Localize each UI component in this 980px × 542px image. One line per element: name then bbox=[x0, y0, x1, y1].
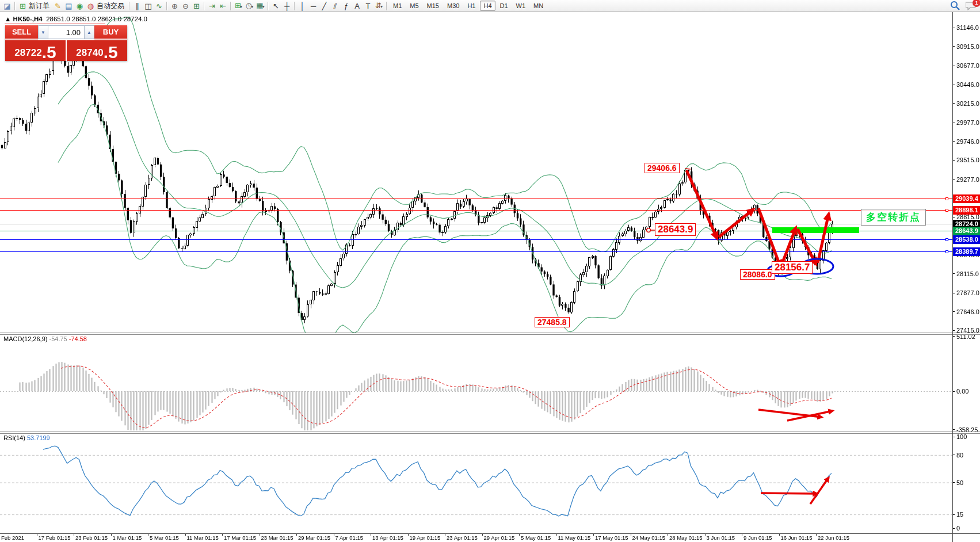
signal-icon[interactable]: ◉ bbox=[74, 1, 85, 12]
time-label: 17 Mar 01:15 bbox=[224, 535, 256, 541]
rsi-scale-label: 50 bbox=[956, 479, 963, 486]
templates-icon[interactable]: ▦▾ bbox=[255, 0, 266, 12]
time-label: 16 Jun 01:15 bbox=[781, 535, 813, 541]
time-label: 23 Mar 01:15 bbox=[261, 535, 293, 541]
time-label: 13 Apr 01:15 bbox=[372, 535, 403, 541]
timeframe-W1[interactable]: W1 bbox=[513, 1, 529, 11]
toolbar-separator bbox=[14, 2, 16, 10]
level-handle[interactable] bbox=[945, 209, 948, 212]
fibonacci-icon[interactable]: ƒ bbox=[341, 1, 352, 12]
trendline-icon[interactable]: ╱ bbox=[319, 1, 330, 12]
horizontal-level-28538[interactable] bbox=[0, 239, 952, 240]
bar-chart-icon[interactable]: ∥ bbox=[132, 1, 143, 12]
symbol-underline bbox=[5, 24, 105, 24]
level-handle[interactable] bbox=[945, 197, 948, 200]
crosshair-icon[interactable]: ┼ bbox=[281, 1, 292, 12]
notification-badge: 1 bbox=[973, 0, 980, 7]
macd-pane-separator[interactable] bbox=[0, 333, 980, 333]
buy-button[interactable]: BUY bbox=[94, 25, 127, 40]
zoom-in-icon[interactable]: ⊕ bbox=[169, 1, 180, 12]
price-tick-label: 29977.0 bbox=[956, 119, 979, 126]
arrows-icon[interactable]: ⇵▾ bbox=[373, 0, 384, 12]
timeframe-M5[interactable]: M5 bbox=[406, 1, 422, 11]
buy-price[interactable]: 28740 .5 bbox=[67, 40, 127, 61]
autoscroll-icon[interactable]: ⇥ bbox=[207, 1, 218, 12]
terminal-icon[interactable]: ▤ bbox=[63, 1, 74, 12]
hline-icon[interactable]: ─ bbox=[308, 1, 319, 12]
volume-increase-button[interactable]: ▲ bbox=[84, 25, 94, 39]
new-order-icon[interactable]: ⊞ bbox=[17, 1, 28, 12]
rsi-scale-label: 100 bbox=[956, 433, 967, 440]
text-icon[interactable]: A bbox=[352, 1, 363, 12]
timeframe-M15[interactable]: M15 bbox=[424, 1, 443, 11]
indicators-icon[interactable]: ⊞▾ bbox=[233, 0, 244, 12]
price-tick-label: 30915.0 bbox=[956, 43, 979, 50]
rsi-pane-separator[interactable] bbox=[0, 432, 980, 432]
annotation-price-label[interactable]: 28643.9 bbox=[655, 223, 696, 236]
chart-window-icon[interactable]: ◪ bbox=[2, 1, 13, 12]
autotrade-icon[interactable]: ◍ bbox=[85, 1, 96, 12]
channel-icon[interactable]: ⫽ bbox=[330, 1, 341, 12]
level-handle[interactable] bbox=[945, 250, 948, 253]
chart-canvas[interactable] bbox=[0, 0, 980, 542]
time-label: 23 Feb 01:15 bbox=[75, 535, 108, 541]
horizontal-level-28898.1[interactable] bbox=[0, 210, 952, 211]
price-tick-label: 28115.0 bbox=[956, 270, 979, 277]
annotation-price-label[interactable]: 29406.6 bbox=[645, 163, 680, 173]
time-label: 9 Jun 01:15 bbox=[743, 535, 772, 541]
crayon-icon[interactable]: ✎ bbox=[52, 1, 63, 12]
time-axis-separator bbox=[0, 533, 980, 534]
symbol-name: HK50-,H4 bbox=[13, 16, 43, 22]
toolbar-separator bbox=[166, 2, 167, 10]
new-order-label[interactable]: 新订单 bbox=[29, 1, 49, 11]
timeframe-M30[interactable]: M30 bbox=[444, 1, 463, 11]
chart-ohlc-header: ▲ HK50-,H4 28651.0 28851.0 28621.0 28724… bbox=[5, 16, 147, 22]
timeframe-MN[interactable]: MN bbox=[530, 1, 547, 11]
buy-price-main: 28740 bbox=[76, 45, 103, 60]
time-label: 24 May 01:15 bbox=[632, 535, 666, 541]
timeframe-H1[interactable]: H1 bbox=[464, 1, 479, 11]
main-toolbar: ◪⊞新订单✎▤◉◍自动交易∥◫∿⊕⊖⊞⇥⇤⊞▾◷▾▦▾↖┼│─╱⫽ƒAT⇵▾M1… bbox=[0, 0, 980, 12]
chart-shift-icon[interactable]: ⇤ bbox=[218, 1, 228, 12]
annotation-price-label[interactable]: 28156.7 bbox=[772, 261, 813, 274]
search-icon[interactable] bbox=[950, 1, 960, 13]
label-icon[interactable]: T bbox=[363, 1, 373, 12]
tile-windows-icon[interactable]: ⊞ bbox=[191, 1, 202, 12]
autotrade-label[interactable]: 自动交易 bbox=[97, 1, 124, 11]
horizontal-level-28389.7[interactable] bbox=[0, 251, 952, 252]
timeframe-D1[interactable]: D1 bbox=[497, 1, 512, 11]
clock-icon[interactable]: ◷▾ bbox=[244, 0, 255, 12]
annotation-price-label[interactable]: 27485.8 bbox=[535, 317, 570, 327]
zoom-out-icon[interactable]: ⊖ bbox=[180, 1, 191, 12]
time-label: 17 Feb 01:15 bbox=[39, 535, 71, 541]
toolbar-items: ◪⊞新订单✎▤◉◍自动交易∥◫∿⊕⊖⊞⇥⇤⊞▾◷▾▦▾↖┼│─╱⫽ƒAT⇵▾M1… bbox=[2, 0, 547, 12]
toolbar-separator bbox=[294, 2, 295, 10]
sell-button[interactable]: SELL bbox=[5, 25, 38, 40]
candlestick-icon[interactable]: ◫ bbox=[143, 1, 154, 12]
time-label: 5 Mar 01:15 bbox=[150, 535, 179, 541]
pivot-note-label[interactable]: 多空转折点 bbox=[861, 209, 926, 226]
time-label: 7 Apr 01:15 bbox=[335, 535, 364, 541]
vline-icon[interactable]: │ bbox=[297, 1, 308, 12]
macd-scale-label: 0.00 bbox=[956, 388, 968, 395]
level-handle[interactable] bbox=[945, 238, 948, 241]
volume-input[interactable]: 1.00 bbox=[48, 25, 84, 39]
time-label: 11 May 01:15 bbox=[558, 535, 591, 541]
price-tick-label: 29746.0 bbox=[956, 138, 979, 145]
time-label: 22 Jun 01:15 bbox=[818, 535, 849, 541]
volume-decrease-button[interactable]: ▼ bbox=[38, 25, 48, 39]
annotation-price-label[interactable]: 28086.0 bbox=[740, 269, 775, 280]
line-chart-icon[interactable]: ∿ bbox=[154, 1, 165, 12]
price-badge-28389.7: 28389.7 bbox=[953, 247, 980, 256]
cursor-icon[interactable]: ↖ bbox=[270, 1, 281, 12]
timeframe-H4[interactable]: H4 bbox=[480, 1, 495, 11]
highlight-rectangle[interactable] bbox=[772, 227, 859, 233]
trading-platform-window: ◪⊞新订单✎▤◉◍自动交易∥◫∿⊕⊖⊞⇥⇤⊞▾◷▾▦▾↖┼│─╱⫽ƒAT⇵▾M1… bbox=[0, 0, 980, 542]
timeframe-M1[interactable]: M1 bbox=[390, 1, 405, 11]
price-tick-label: 30215.0 bbox=[956, 100, 979, 107]
one-click-trade-panel: SELL ▼ 1.00 ▲ BUY 28722 .5 28740 .5 bbox=[5, 25, 127, 61]
macd-signal-value: -74.58 bbox=[69, 335, 87, 342]
sell-price[interactable]: 28722 .5 bbox=[5, 40, 66, 61]
horizontal-level-29039.4[interactable] bbox=[0, 199, 952, 199]
chat-icon[interactable]: 1 bbox=[966, 1, 977, 13]
